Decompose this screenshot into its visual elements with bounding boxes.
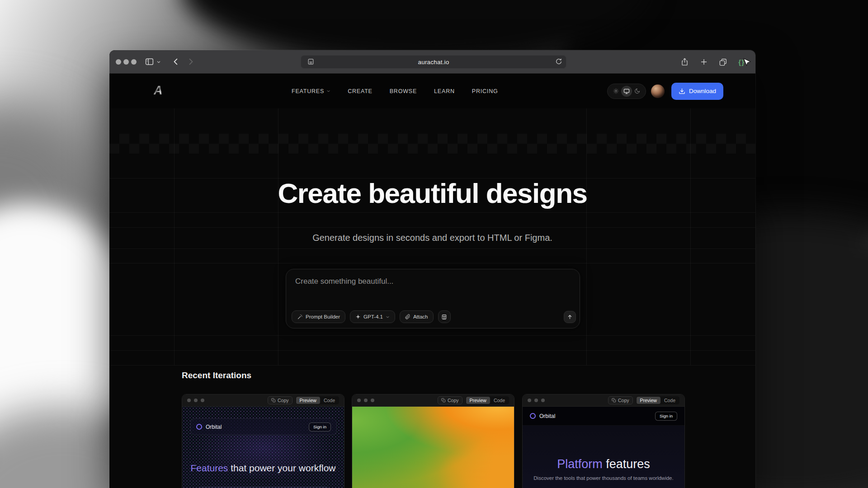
nav-item-browse[interactable]: BROWSE — [390, 88, 417, 94]
grid-line — [109, 263, 755, 263]
preview-code-toggle: Preview Code — [296, 396, 339, 404]
copy-button[interactable]: Copy — [268, 396, 292, 404]
grid-line — [109, 350, 755, 351]
prompt-box: Prompt Builder GPT-4.1 Attach — [286, 269, 580, 328]
dark-theme-moon-icon[interactable] — [632, 86, 642, 97]
card-preview-platform: Orbital Sign in Platform features Discov… — [523, 407, 684, 488]
orbital-logo-icon — [530, 413, 536, 419]
arrow-up-icon — [567, 314, 573, 320]
download-button[interactable]: Download — [671, 83, 723, 100]
new-tab-plus-icon[interactable] — [700, 58, 708, 66]
nav-item-create[interactable]: CREATE — [348, 88, 373, 94]
nav-item-pricing[interactable]: PRICING — [472, 88, 498, 94]
share-icon[interactable] — [680, 57, 689, 66]
recent-iterations-heading: Recent Iterations — [182, 371, 251, 380]
card-traffic-dots — [187, 399, 204, 402]
prompt-toolbar: Prompt Builder GPT-4.1 Attach — [292, 310, 451, 323]
preview-subheading: Discover the tools that power thousands … — [523, 475, 684, 481]
copy-button[interactable]: Copy — [608, 396, 633, 404]
nav-item-learn[interactable]: LEARN — [434, 88, 455, 94]
card-traffic-dots — [357, 399, 374, 402]
iteration-card[interactable]: Copy Preview Code Orbital Sign in — [182, 394, 344, 488]
close-button[interactable] — [116, 59, 121, 65]
card-header: Copy Preview Code — [182, 394, 344, 407]
paperclip-icon — [405, 314, 410, 319]
system-theme-monitor-icon[interactable] — [621, 86, 632, 97]
orbital-brand: Orbital — [539, 413, 555, 419]
hero-title: Create beautiful designs — [109, 177, 755, 209]
grid-line — [109, 249, 755, 249]
preview-navbar: Orbital Sign in — [190, 418, 337, 435]
wand-icon — [297, 314, 303, 320]
url-text: aurachat.io — [301, 59, 566, 66]
hero-subtitle: Generate designs in seconds and export t… — [109, 233, 755, 243]
url-bar[interactable]: aurachat.io — [301, 55, 566, 69]
sidebar-chevron-down-icon[interactable] — [156, 60, 161, 64]
site-logo[interactable]: A — [154, 84, 163, 98]
submit-prompt-button[interactable] — [564, 311, 576, 323]
grid-icon — [441, 314, 447, 320]
site-navbar: A FEATURES CREATE BROWSE LEARN PRICING — [109, 74, 755, 108]
preview-code-toggle: Preview Code — [636, 396, 679, 404]
sparkle-icon — [355, 314, 361, 319]
mouse-cursor — [742, 58, 751, 68]
card-preview-gradient-artwork — [352, 407, 514, 488]
attach-button[interactable]: Attach — [400, 310, 434, 323]
iteration-card[interactable]: Copy Preview Code — [352, 394, 514, 488]
preview-panel — [197, 486, 330, 488]
desktop-background: aurachat.io — [0, 0, 868, 488]
components-button[interactable] — [438, 310, 451, 323]
chevron-down-icon — [326, 89, 330, 93]
sidebar-icon[interactable] — [145, 57, 154, 66]
code-tab[interactable]: Code — [660, 397, 679, 404]
grid-line — [109, 227, 755, 228]
browser-window: aurachat.io — [109, 50, 755, 488]
preview-tab[interactable]: Preview — [296, 397, 320, 404]
copy-icon — [271, 398, 276, 403]
forward-button[interactable] — [186, 57, 195, 66]
copy-icon — [612, 398, 616, 403]
orbital-logo-icon — [196, 424, 202, 430]
page-content: Create beautiful designs Generate design… — [109, 108, 755, 488]
preview-heading: Platform features — [523, 457, 684, 471]
grid-line — [109, 335, 755, 336]
nav-item-features[interactable]: FEATURES — [292, 88, 330, 94]
zoom-button[interactable] — [131, 59, 137, 65]
back-button[interactable] — [172, 57, 180, 66]
preview-signin-button: Sign in — [309, 422, 331, 432]
preview-navbar: Orbital Sign in — [523, 407, 684, 426]
copy-icon — [441, 398, 446, 403]
code-tab[interactable]: Code — [490, 397, 509, 404]
grid-line — [109, 212, 755, 213]
prompt-input[interactable] — [286, 269, 580, 301]
card-traffic-dots — [528, 399, 545, 402]
minimize-button[interactable] — [123, 59, 129, 65]
page-icon — [307, 58, 315, 66]
card-preview-features: Orbital Sign in Features that power your… — [182, 407, 344, 488]
preview-tab[interactable]: Preview — [466, 397, 490, 404]
user-avatar[interactable] — [651, 84, 665, 98]
model-selector-button[interactable]: GPT-4.1 — [350, 310, 395, 323]
preview-heading: Features that power your workflow — [182, 463, 344, 474]
card-header: Copy Preview Code — [523, 394, 684, 407]
reload-icon[interactable] — [555, 58, 562, 65]
nav-links: FEATURES CREATE BROWSE LEARN PRICING — [292, 74, 498, 108]
traffic-lights — [116, 59, 137, 65]
browser-toolbar: aurachat.io — [109, 50, 755, 74]
preview-signin-button: Sign in — [655, 412, 677, 421]
chevron-down-icon — [386, 315, 390, 319]
preview-tab[interactable]: Preview — [637, 397, 660, 404]
orbital-brand: Orbital — [206, 424, 222, 430]
tab-overview-icon[interactable] — [719, 58, 727, 66]
prompt-builder-button[interactable]: Prompt Builder — [292, 310, 345, 323]
preview-code-toggle: Preview Code — [466, 396, 509, 404]
light-theme-sun-icon[interactable] — [611, 86, 621, 97]
nav-right-group: Download — [607, 74, 723, 108]
grid-line — [109, 365, 755, 366]
copy-button[interactable]: Copy — [438, 396, 462, 404]
download-icon — [679, 88, 685, 94]
code-tab[interactable]: Code — [320, 397, 339, 404]
theme-toggle — [607, 84, 646, 99]
checker-strip-decoration — [109, 134, 755, 154]
iteration-card[interactable]: Copy Preview Code Orbital Sign in — [522, 394, 685, 488]
